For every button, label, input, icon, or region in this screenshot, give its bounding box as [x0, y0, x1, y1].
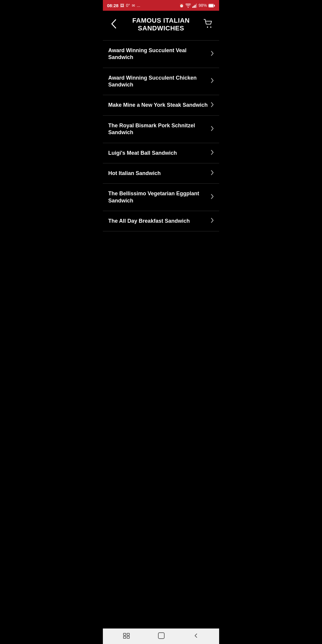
- menu-item-6[interactable]: Hot Italian Sandwich: [103, 163, 219, 184]
- menu-item-label-3: Make Mine a New York Steak Sandwich: [108, 102, 211, 109]
- chevron-right-icon: [211, 218, 214, 225]
- back-button[interactable]: [108, 18, 119, 30]
- svg-rect-3: [196, 4, 197, 8]
- svg-rect-0: [192, 7, 193, 8]
- menu-item-2[interactable]: Award Winning Succulent Chicken Sandwich: [103, 68, 219, 95]
- menu-item-7[interactable]: The Bellissimo Vegetarian Eggplant Sandw…: [103, 184, 219, 211]
- menu-item-4[interactable]: The Royal Bismark Pork Schnitzel Sandwic…: [103, 116, 219, 143]
- temperature-text: 0°: [126, 3, 130, 8]
- menu-item-8[interactable]: The All Day Breakfast Sandwich: [103, 211, 219, 231]
- chevron-right-icon: [211, 194, 214, 201]
- signal-icon: [192, 3, 197, 8]
- menu-item-label-8: The All Day Breakfast Sandwich: [108, 218, 211, 225]
- battery-icon: [208, 3, 215, 8]
- chevron-right-icon: [211, 51, 214, 58]
- svg-rect-6: [209, 4, 213, 7]
- app-header: FAMOUS ITALIANSANDWICHES: [103, 11, 219, 37]
- svg-rect-1: [193, 6, 194, 8]
- menu-item-label-6: Hot Italian Sandwich: [108, 170, 211, 177]
- svg-rect-5: [214, 5, 215, 7]
- more-icon: ...: [137, 3, 140, 8]
- email-icon: ✉: [132, 3, 135, 8]
- menu-item-5[interactable]: Luigi's Meat Ball Sandwich: [103, 143, 219, 163]
- alarm-icon: ⏰: [179, 3, 184, 8]
- svg-point-7: [207, 27, 208, 28]
- menu-list: Award Winning Succulent Veal SandwichAwa…: [103, 37, 219, 232]
- page-title: FAMOUS ITALIANSANDWICHES: [119, 17, 203, 32]
- chevron-right-icon: [211, 170, 214, 177]
- menu-item-label-1: Award Winning Succulent Veal Sandwich: [108, 47, 211, 61]
- status-bar: 08:28 🖼 0° ✉ ... ⏰ 98%: [103, 0, 219, 11]
- chevron-right-icon: [211, 102, 214, 109]
- menu-item-label-2: Award Winning Succulent Chicken Sandwich: [108, 75, 211, 89]
- status-left: 08:28 🖼 0° ✉ ...: [107, 3, 140, 8]
- gallery-icon: 🖼: [120, 3, 124, 8]
- svg-rect-2: [195, 5, 196, 8]
- svg-point-8: [210, 27, 211, 28]
- chevron-right-icon: [211, 150, 214, 157]
- menu-item-3[interactable]: Make Mine a New York Steak Sandwich: [103, 95, 219, 115]
- cart-button[interactable]: [203, 19, 214, 30]
- menu-item-label-5: Luigi's Meat Ball Sandwich: [108, 150, 211, 157]
- chevron-right-icon: [211, 78, 214, 85]
- battery-percentage: 98%: [199, 3, 207, 8]
- menu-item-label-4: The Royal Bismark Pork Schnitzel Sandwic…: [108, 122, 211, 136]
- chevron-right-icon: [211, 126, 214, 133]
- menu-item-1[interactable]: Award Winning Succulent Veal Sandwich: [103, 40, 219, 68]
- menu-item-label-7: The Bellissimo Vegetarian Eggplant Sandw…: [108, 190, 211, 204]
- wifi-icon: [185, 3, 191, 8]
- status-right: ⏰ 98%: [179, 3, 215, 8]
- status-time: 08:28: [107, 3, 118, 8]
